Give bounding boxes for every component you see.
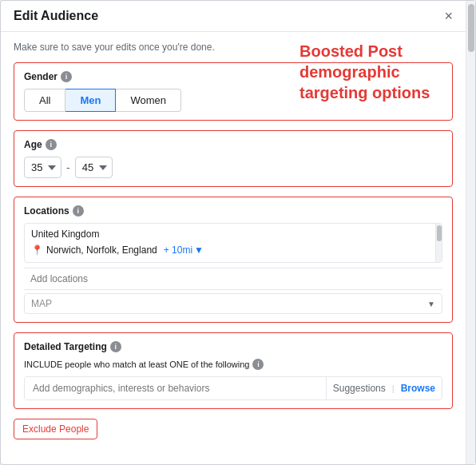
modal-body: Make sure to save your edits once you're… <box>1 32 466 452</box>
gender-women-button[interactable]: Women <box>116 89 181 112</box>
locations-label: Locations i <box>24 205 442 217</box>
location-city: Norwich, Norfolk, England <box>46 244 157 256</box>
scrollbar-thumb <box>468 4 474 52</box>
locations-info-icon[interactable]: i <box>73 205 84 217</box>
exclude-people-button[interactable]: Exclude People <box>14 419 97 439</box>
gender-label: Gender i <box>24 71 442 82</box>
gender-men-button[interactable]: Men <box>65 89 116 112</box>
location-item: 📍 Norwich, Norfolk, England + 10mi ▼ <box>31 243 435 257</box>
gender-all-button[interactable]: All <box>24 89 65 112</box>
map-select-row[interactable]: MAP ▼ <box>24 293 442 314</box>
modal-scrollbar[interactable] <box>466 1 475 464</box>
location-radius[interactable]: + 10mi ▼ <box>164 244 204 256</box>
helper-text: Make sure to save your edits once you're… <box>14 42 453 53</box>
detailed-targeting-section: Detailed Targeting i INCLUDE people who … <box>14 332 453 409</box>
detailed-targeting-info-icon[interactable]: i <box>110 341 121 352</box>
gender-buttons: All Men Women <box>24 89 442 112</box>
targeting-browse[interactable]: Browse <box>395 383 442 394</box>
modal-title: Edit Audience <box>14 9 98 23</box>
age-min-select[interactable]: 1318212530 35404550556065 <box>24 157 61 178</box>
modal-header: Edit Audience × <box>1 1 466 32</box>
age-info-icon[interactable]: i <box>46 139 57 150</box>
locations-scrollbar[interactable] <box>435 224 442 262</box>
gender-info-icon[interactable]: i <box>61 71 72 82</box>
map-label: MAP <box>31 298 52 309</box>
locations-list-container: United Kingdom 📍 Norwich, Norfolk, Engla… <box>24 223 442 263</box>
age-max-select[interactable]: 182125303540 4550556065 <box>75 157 113 178</box>
close-button[interactable]: × <box>444 9 453 23</box>
modal-dialog: Edit Audience × Make sure to save your e… <box>0 0 476 465</box>
targeting-suggestions[interactable]: Suggestions <box>327 383 392 394</box>
detailed-targeting-label: Detailed Targeting i <box>24 341 442 352</box>
targeting-input-row: Suggestions | Browse <box>24 376 442 400</box>
locations-section: Locations i United Kingdom 📍 Norwich, No… <box>14 197 453 323</box>
gender-section: Gender i All Men Women <box>14 62 453 121</box>
locations-scroll-thumb <box>437 225 442 241</box>
locations-scroll-inner: United Kingdom 📍 Norwich, Norfolk, Engla… <box>25 224 442 262</box>
map-chevron-icon: ▼ <box>427 300 435 308</box>
age-label: Age i <box>24 139 442 150</box>
modal-content: Edit Audience × Make sure to save your e… <box>1 1 466 464</box>
include-text: INCLUDE people who match at least ONE of… <box>24 359 442 370</box>
age-section: Age i 1318212530 35404550556065 - 182125… <box>14 130 453 187</box>
age-row: 1318212530 35404550556065 - 182125303540… <box>24 157 442 178</box>
targeting-input[interactable] <box>25 377 326 399</box>
location-country: United Kingdom <box>31 229 435 240</box>
location-pin-icon: 📍 <box>31 244 43 256</box>
add-locations-input[interactable] <box>24 268 442 290</box>
age-dash: - <box>66 161 70 174</box>
include-info-icon[interactable]: i <box>252 359 264 370</box>
radius-chevron-icon: ▼ <box>194 244 204 256</box>
